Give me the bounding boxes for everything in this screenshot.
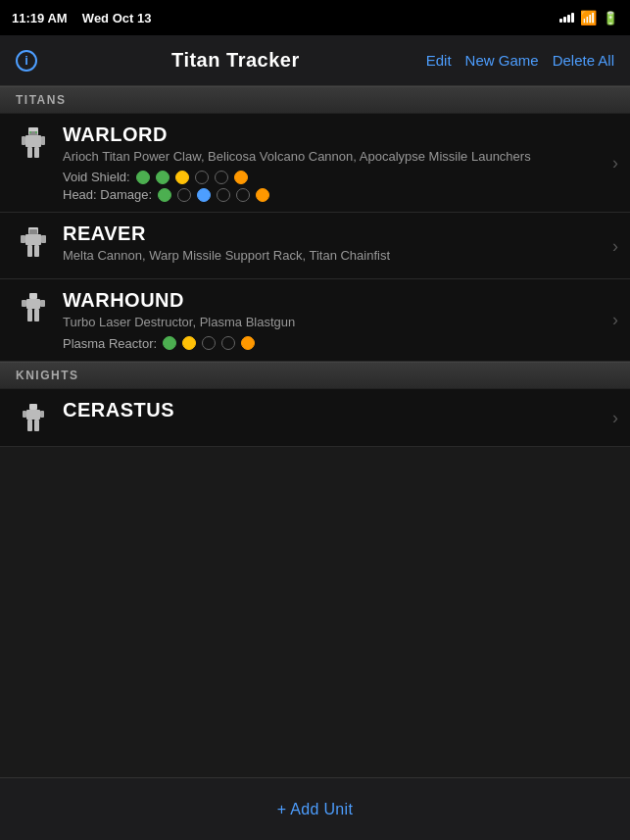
warhound-content: WARHOUND Turbo Laser Destructor, Plasma …	[63, 289, 614, 350]
status-bar: 11:19 AM Wed Oct 13 📶 🔋	[0, 0, 630, 35]
svg-rect-3	[41, 136, 45, 145]
hd-circle-3	[197, 188, 211, 202]
hd-circle-6	[256, 188, 269, 202]
chevron-icon: ›	[612, 310, 618, 330]
list-item-warlord[interactable]: WARLORD Arioch Titan Power Claw, Belicos…	[0, 114, 630, 213]
svg-rect-22	[29, 404, 37, 410]
time: 11:19 AM	[12, 11, 68, 25]
chevron-icon: ›	[612, 407, 618, 427]
list-item-cerastus[interactable]: CERASTUS ›	[0, 389, 630, 447]
info-button[interactable]: i	[16, 50, 37, 72]
svg-rect-24	[23, 411, 26, 418]
edit-button[interactable]: Edit	[426, 52, 452, 69]
new-game-button[interactable]: New Game	[465, 52, 539, 69]
nav-left: i	[16, 50, 45, 72]
chevron-icon: ›	[612, 235, 618, 256]
svg-rect-26	[27, 420, 32, 431]
svg-point-7	[29, 131, 31, 133]
hd-circle-5	[236, 188, 250, 202]
plasma-reactor-label: Plasma Reactor:	[63, 336, 157, 351]
plasma-reactor-row: Plasma Reactor:	[63, 336, 614, 351]
svg-rect-11	[21, 235, 25, 243]
status-bar-left: 11:19 AM Wed Oct 13	[12, 11, 151, 25]
nav-bar: i Titan Tracker Edit New Game Delete All	[0, 35, 630, 86]
void-shield-row: Void Shield:	[63, 170, 614, 184]
svg-rect-1	[25, 135, 41, 147]
svg-point-8	[35, 131, 37, 133]
content: TITANS WARLORD Arioch Titan Power Claw, …	[0, 86, 630, 777]
chevron-icon: ›	[612, 153, 618, 173]
svg-rect-4	[27, 147, 32, 158]
svg-rect-16	[29, 293, 37, 299]
svg-rect-12	[41, 235, 46, 243]
cerastus-icon	[16, 401, 51, 436]
circle-4	[195, 171, 209, 184]
reaver-content: REAVER Melta Cannon, Warp Missile Suppor…	[63, 222, 614, 269]
page-title: Titan Tracker	[171, 49, 300, 72]
hd-circle-1	[158, 188, 171, 202]
delete-all-button[interactable]: Delete All	[553, 52, 614, 69]
warlord-icon	[16, 125, 51, 161]
cerastus-name: CERASTUS	[63, 399, 614, 421]
circle-3	[175, 171, 189, 184]
bottom-bar: + Add Unit	[0, 777, 630, 840]
nav-actions: Edit New Game Delete All	[426, 52, 614, 69]
warlord-name: WARLORD	[63, 124, 614, 146]
void-shield-label: Void Shield:	[63, 170, 130, 184]
section-header-titans: TITANS	[0, 86, 630, 114]
warhound-weapons: Turbo Laser Destructor, Plasma Blastgun	[63, 314, 614, 331]
warhound-name: WARHOUND	[63, 289, 614, 312]
warlord-content: WARLORD Arioch Titan Power Claw, Belicos…	[63, 124, 614, 202]
reaver-name: REAVER	[63, 222, 614, 245]
date: Wed Oct 13	[82, 11, 152, 25]
svg-rect-14	[34, 245, 39, 257]
svg-rect-27	[34, 420, 39, 431]
circle-2	[156, 171, 170, 184]
reaver-weapons: Melta Cannon, Warp Missile Support Rack,…	[63, 247, 614, 265]
cerastus-content: CERASTUS	[63, 399, 614, 423]
pr-circle-3	[202, 336, 216, 350]
pr-circle-2	[182, 336, 196, 350]
pr-circle-1	[163, 336, 176, 350]
svg-rect-17	[26, 299, 40, 309]
add-unit-button[interactable]: + Add Unit	[277, 801, 353, 818]
warlord-weapons: Arioch Titan Power Claw, Belicosa Volcan…	[63, 148, 614, 166]
status-bar-right: 📶 🔋	[559, 10, 618, 25]
svg-rect-21	[34, 309, 39, 321]
section-header-knights: KNIGHTS	[0, 362, 630, 389]
hd-circle-4	[217, 188, 230, 202]
svg-rect-5	[34, 147, 39, 158]
hd-circle-2	[177, 188, 191, 202]
svg-rect-25	[40, 411, 44, 418]
svg-rect-18	[22, 300, 26, 307]
svg-rect-2	[22, 136, 25, 145]
list-item-warhound[interactable]: WARHOUND Turbo Laser Destructor, Plasma …	[0, 279, 630, 361]
wifi-icon: 📶	[580, 10, 597, 25]
svg-rect-19	[40, 300, 45, 307]
circle-5	[215, 171, 228, 184]
svg-rect-15	[29, 229, 37, 234]
list-item-reaver[interactable]: REAVER Melta Cannon, Warp Missile Suppor…	[0, 213, 630, 279]
head-damage-row: Head: Damage:	[63, 187, 614, 202]
reaver-icon	[16, 224, 51, 260]
pr-circle-5	[241, 336, 255, 350]
head-damage-label: Head: Damage:	[63, 187, 152, 202]
pr-circle-4	[221, 336, 235, 350]
signal-icon	[559, 13, 574, 23]
circle-6	[234, 171, 248, 184]
svg-rect-13	[27, 245, 32, 257]
warhound-icon	[16, 291, 51, 326]
svg-rect-20	[27, 309, 32, 321]
circle-1	[136, 171, 150, 184]
svg-rect-10	[25, 234, 41, 245]
svg-rect-23	[26, 410, 40, 420]
battery-icon: 🔋	[603, 11, 618, 25]
